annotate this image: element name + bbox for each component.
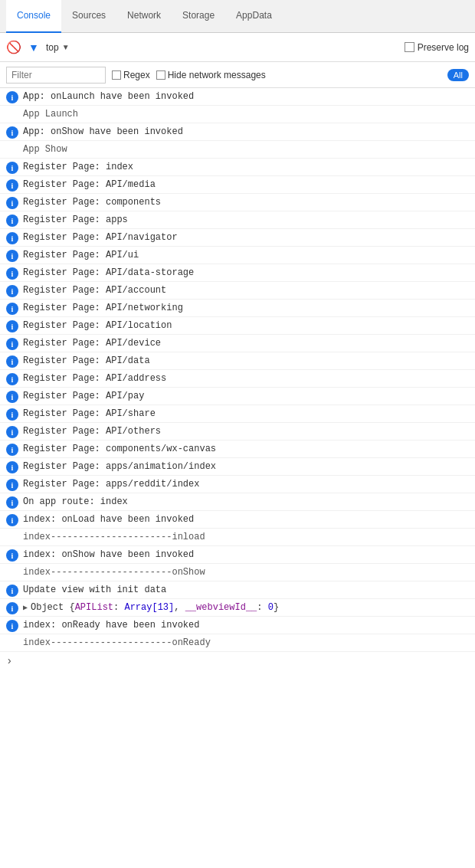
log-text: Register Page: API/media [23, 178, 156, 192]
info-icon: i [6, 303, 18, 315]
regex-checkbox[interactable] [112, 70, 121, 80]
preserve-log-area: Preserve log [405, 42, 469, 53]
prompt-row[interactable]: › [0, 652, 475, 670]
filter-row: Regex Hide network messages All [0, 62, 475, 88]
log-entry: iRegister Page: API/share [0, 405, 475, 423]
log-text-object[interactable]: ▶ Object {APIList: Array[13], __webviewI… [23, 601, 279, 614]
prompt-caret-icon: › [6, 655, 12, 667]
log-entry: iRegister Page: API/networking [0, 300, 475, 317]
log-text-indented: App Launch [6, 107, 78, 121]
log-text: Register Page: API/data [23, 354, 150, 368]
log-text: index: onShow have been invoked [23, 548, 194, 562]
tab-bar: Console Sources Network Storage AppData [0, 0, 475, 33]
expand-icon[interactable]: ▶ [23, 602, 31, 614]
info-icon: i [6, 232, 18, 244]
info-icon: i [6, 496, 18, 509]
info-icon: i [6, 215, 18, 227]
log-text: Register Page: apps/reddit/index [23, 477, 199, 491]
info-icon: i [6, 373, 18, 385]
hide-network-label: Hide network messages [168, 70, 266, 80]
info-icon: i [6, 162, 18, 174]
log-entry: i▶ Object {APIList: Array[13], __webview… [0, 599, 475, 617]
log-text-indented: index----------------------inload [6, 530, 205, 544]
console-output: iApp: onLaunch have been invokedApp Laun… [0, 88, 475, 652]
tab-console[interactable]: Console [6, 0, 61, 33]
all-button[interactable]: All [447, 69, 469, 81]
log-entry: iApp: onShow have been invoked [0, 123, 475, 141]
log-text: Register Page: apps/animation/index [23, 460, 216, 473]
log-entry: iRegister Page: API/location [0, 317, 475, 335]
log-text-indented: index----------------------onShow [6, 565, 205, 579]
regex-label: Regex [123, 70, 150, 80]
tab-storage[interactable]: Storage [172, 0, 225, 33]
log-entry: iindex: onShow have been invoked [0, 546, 475, 564]
hide-network-option[interactable]: Hide network messages [156, 70, 266, 80]
log-text: Register Page: API/location [23, 319, 172, 332]
info-icon: i [6, 461, 18, 473]
filter-button[interactable]: ▼ [26, 40, 41, 55]
info-icon: i [6, 126, 18, 139]
toolbar: 🚫 ▼ top ▼ Preserve log [0, 33, 475, 62]
log-entry: iRegister Page: API/media [0, 176, 475, 194]
preserve-log-label[interactable]: Preserve log [418, 42, 469, 53]
filter-input[interactable] [6, 67, 106, 84]
log-text: Register Page: API/data-storage [23, 266, 194, 280]
log-entry: index----------------------inload [0, 529, 475, 546]
log-text: index: onReady have been invoked [23, 618, 199, 632]
clear-console-button[interactable]: 🚫 [6, 40, 21, 55]
info-icon: i [6, 444, 18, 456]
info-icon: i [6, 338, 18, 350]
info-icon: i [6, 285, 18, 297]
log-entry: iRegister Page: API/others [0, 423, 475, 441]
log-entry: iRegister Page: API/pay [0, 388, 475, 405]
context-arrow-icon: ▼ [62, 43, 70, 51]
log-entry: iRegister Page: API/account [0, 282, 475, 300]
info-icon: i [6, 250, 18, 262]
context-selector[interactable]: top ▼ [46, 42, 400, 53]
info-icon: i [6, 267, 18, 280]
tab-sources[interactable]: Sources [61, 0, 116, 33]
log-text: Register Page: apps [23, 213, 128, 227]
filter-icon: ▼ [28, 41, 39, 54]
regex-option[interactable]: Regex [112, 70, 150, 80]
info-icon: i [6, 585, 18, 597]
info-icon: i [6, 549, 18, 562]
tab-network[interactable]: Network [116, 0, 172, 33]
log-entry: App Show [0, 141, 475, 159]
log-entry: iOn app route: index [0, 493, 475, 511]
log-text: Register Page: index [23, 160, 133, 174]
info-icon: i [6, 514, 18, 526]
log-entry: index----------------------onReady [0, 634, 475, 652]
info-icon: i [6, 602, 18, 614]
log-entry: iRegister Page: index [0, 159, 475, 176]
log-text: Register Page: API/account [23, 283, 166, 297]
log-entry: iRegister Page: apps [0, 211, 475, 229]
log-entry: iUpdate view with init data [0, 581, 475, 599]
log-text: Register Page: API/share [23, 407, 156, 421]
log-text: Register Page: API/device [23, 336, 161, 350]
tab-appdata[interactable]: AppData [225, 0, 283, 33]
preserve-log-checkbox[interactable] [405, 42, 414, 52]
hide-network-checkbox[interactable] [156, 70, 165, 80]
log-entry: iRegister Page: apps/animation/index [0, 458, 475, 476]
log-entry: iRegister Page: apps/reddit/index [0, 476, 475, 493]
log-text: Register Page: API/navigator [23, 231, 178, 244]
log-entry: iRegister Page: API/ui [0, 247, 475, 264]
log-text: Register Page: API/ui [23, 248, 139, 262]
log-entry: iRegister Page: API/navigator [0, 229, 475, 247]
log-entry: iRegister Page: components [0, 194, 475, 211]
log-entry: iindex: onLoad have been invoked [0, 511, 475, 529]
context-label: top [46, 42, 59, 53]
obj-before-text: Object [31, 602, 69, 613]
info-icon: i [6, 479, 18, 491]
info-icon: i [6, 179, 18, 192]
log-text: App: onShow have been invoked [23, 125, 183, 139]
log-entry: iRegister Page: API/data-storage [0, 264, 475, 282]
log-entry: index----------------------onShow [0, 564, 475, 581]
info-icon: i [6, 355, 18, 368]
log-entry: iRegister Page: components/wx-canvas [0, 441, 475, 458]
no-entry-icon: 🚫 [6, 40, 21, 54]
log-entry: iRegister Page: API/device [0, 335, 475, 352]
log-entry: iRegister Page: API/data [0, 352, 475, 370]
log-text: Register Page: components [23, 195, 161, 209]
